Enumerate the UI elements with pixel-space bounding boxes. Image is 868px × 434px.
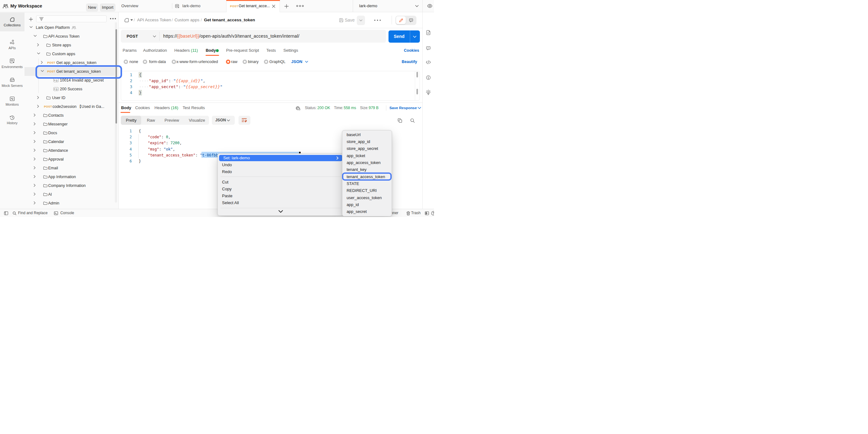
save-button[interactable]: Save — [345, 12, 355, 28]
lightbulb-tips-icon[interactable] — [426, 89, 431, 95]
request-tab-params[interactable]: Params — [123, 46, 137, 55]
tree-row-folder[interactable]: API Access Token — [25, 32, 115, 41]
chevron-down-icon[interactable] — [34, 35, 37, 37]
tab-env-overview[interactable]: lark-demo — [182, 0, 200, 12]
tree-row-folder[interactable]: Approval — [25, 155, 115, 164]
tree-row-folder[interactable]: Custom apps — [25, 49, 115, 58]
radio-label-raw[interactable]: raw — [231, 57, 237, 66]
chevron-right-icon[interactable] — [37, 96, 39, 99]
close-icon[interactable] — [272, 4, 276, 8]
trash-button[interactable]: Trash — [411, 209, 421, 217]
radio-x-www-form-urlencoded[interactable] — [172, 60, 176, 64]
view-pretty-label[interactable]: Pretty — [126, 116, 136, 125]
request-method-select[interactable]: POST — [127, 30, 138, 43]
variable-item-app_secret[interactable]: app_secret — [346, 208, 367, 215]
context-menu-item-undo[interactable]: Undo — [222, 162, 232, 168]
code-snippet-icon[interactable] — [426, 60, 431, 64]
rail-item-collections[interactable]: Collections — [0, 12, 25, 31]
breadcrumb-caret-icon[interactable] — [130, 19, 133, 21]
documentation-icon[interactable] — [426, 30, 431, 35]
chevron-right-icon[interactable] — [34, 175, 36, 178]
tree-row-folder[interactable]: Attendance — [25, 146, 115, 155]
context-menu-item-copy[interactable]: Copy — [222, 186, 231, 193]
variable-item-app_access_token[interactable]: app_access_token — [346, 159, 380, 166]
rail-item-mock-servers[interactable]: Mock Servers — [0, 73, 25, 92]
comments-icon[interactable] — [426, 46, 431, 51]
tree-row-folder[interactable]: Contacts — [25, 111, 115, 120]
radio-none[interactable] — [124, 60, 128, 64]
info-icon[interactable] — [426, 75, 431, 80]
breadcrumb-subfolder[interactable]: Custom apps — [175, 12, 199, 28]
request-tab-authorization[interactable]: Authorization — [143, 46, 167, 55]
breadcrumb-folder[interactable]: API Access Token — [137, 12, 171, 28]
tree-options-icon[interactable] — [110, 18, 116, 20]
environment-quick-look-eye-icon[interactable] — [427, 4, 432, 8]
request-body-editor[interactable]: 1{2····"app_id":·"{{app_id}}",3····"app_… — [121, 71, 420, 101]
status-value[interactable]: 200 OK — [317, 104, 330, 112]
rail-item-monitors[interactable]: Monitors — [0, 92, 25, 111]
context-menu-item-cut[interactable]: Cut — [222, 179, 228, 186]
view-preview[interactable]: Preview — [164, 116, 179, 125]
copy-response-icon[interactable] — [398, 118, 402, 123]
tree-filter-input[interactable] — [36, 15, 107, 23]
variable-item-STATE[interactable]: STATE — [346, 180, 359, 187]
request-tab-prerequest[interactable]: Pre-request Script — [226, 46, 259, 55]
radio-label-form-data[interactable]: form-data — [149, 57, 166, 66]
editor-scrollbar-thumb[interactable] — [416, 89, 418, 94]
variable-item-store_app_secret[interactable]: store_app_secret — [346, 145, 378, 152]
response-tab-cookies[interactable]: Cookies — [135, 103, 150, 112]
workspace-title[interactable]: My Workspace — [10, 0, 42, 12]
time-value[interactable]: 558 ms — [344, 104, 356, 112]
tree-row-example[interactable]: e.g. 200 Success — [25, 85, 115, 94]
tree-row-folder[interactable]: Calendar — [25, 137, 115, 146]
variable-item-app_ticket[interactable]: app_ticket — [346, 153, 365, 159]
tree-row-folder[interactable]: App Information — [25, 172, 115, 181]
tree-row-folder[interactable]: User ID — [25, 94, 115, 102]
env-chevron-down-icon[interactable] — [415, 5, 418, 7]
request-tab-headers[interactable]: Headers (11) — [175, 46, 198, 55]
tree-row-folder[interactable]: AI — [25, 190, 115, 199]
chevron-right-icon[interactable] — [37, 105, 39, 108]
view-raw[interactable]: Raw — [147, 116, 155, 125]
variable-item-baseUrl[interactable]: baseUrl — [346, 131, 361, 138]
chevron-right-icon[interactable] — [34, 193, 36, 196]
new-button[interactable]: New — [86, 3, 98, 11]
find-icon[interactable] — [12, 211, 17, 215]
variable-item-app_id[interactable]: app_id — [346, 201, 359, 208]
toggle-sidebar-icon[interactable] — [4, 211, 8, 215]
tree-row-folder[interactable]: Email — [25, 164, 115, 172]
response-tab-body[interactable]: Body — [121, 103, 131, 112]
context-menu-set-variable[interactable]: Set: lark-demo — [219, 155, 342, 162]
send-button[interactable]: Send — [389, 30, 420, 43]
chevron-down-icon[interactable] — [37, 53, 40, 55]
tab-overview[interactable]: Overview — [121, 0, 138, 12]
code-line[interactable]: 3····"app_secret":·"{{app_secret}}" — [121, 84, 420, 90]
help-icon[interactable] — [431, 211, 434, 215]
code-line[interactable]: 4} — [121, 90, 420, 96]
code-line[interactable]: 2····"app_id":·"{{app_id}}", — [121, 78, 420, 84]
console-button[interactable]: Console — [60, 209, 74, 217]
tree-row-folder[interactable]: Docs — [25, 129, 115, 137]
editor-scrollbar-thumb[interactable] — [416, 72, 418, 77]
method-chevron-down-icon[interactable] — [153, 35, 156, 38]
variable-item-user_access_token[interactable]: user_access_token — [346, 194, 381, 201]
chevron-right-icon[interactable] — [34, 122, 36, 126]
view-visualize[interactable]: Visualize — [189, 116, 205, 125]
radio-form-data[interactable] — [143, 60, 147, 64]
beautify-link[interactable]: Beautify — [402, 57, 417, 66]
request-options-icon[interactable] — [374, 20, 381, 21]
chevron-right-icon[interactable] — [41, 61, 43, 64]
add-collection-icon[interactable] — [29, 17, 33, 21]
radio-label-x-www-form-urlencoded[interactable]: x-www-form-urlencoded — [176, 57, 218, 66]
response-tab-headers[interactable]: Headers (16) — [154, 103, 178, 112]
rail-item-environments[interactable]: Environments — [0, 54, 25, 73]
radio-raw-selected[interactable] — [226, 60, 230, 64]
context-menu-item-select-all[interactable]: Select All — [222, 199, 239, 206]
chevron-right-icon[interactable] — [34, 113, 36, 116]
tab-options-icon[interactable] — [296, 5, 304, 7]
size-value[interactable]: 979 B — [369, 104, 378, 112]
rail-item-apis[interactable]: APIs — [0, 35, 25, 54]
chevron-right-icon[interactable] — [34, 184, 36, 187]
import-button[interactable]: Import — [100, 3, 116, 11]
variable-item-store_app_id[interactable]: store_app_id — [346, 138, 370, 145]
